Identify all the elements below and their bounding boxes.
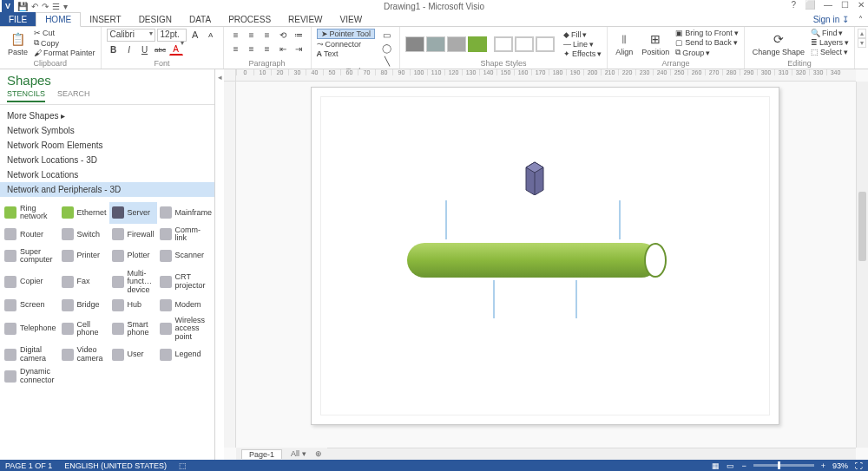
format-painter-button[interactable]: 🖌 Format Painter <box>34 49 95 57</box>
tab-review[interactable]: REVIEW <box>279 12 331 26</box>
shape-item[interactable]: Plotter <box>109 245 157 267</box>
shape-item[interactable]: Digital camera <box>2 343 59 365</box>
shape-item[interactable]: Ring network <box>2 202 59 224</box>
language-indicator[interactable]: ENGLISH (UNITED STATES) <box>64 461 167 470</box>
pointer-tool-button[interactable]: ➤ Pointer Tool <box>317 29 375 39</box>
shape-item[interactable]: Cell phone <box>59 314 109 343</box>
find-button[interactable]: 🔍 Find ▾ <box>811 29 849 37</box>
style-swatch-accent[interactable] <box>468 36 487 52</box>
server-shape[interactable] <box>522 160 548 197</box>
tab-insert[interactable]: INSERT <box>81 12 130 26</box>
bring-front-button[interactable]: ▣ Bring to Front ▾ <box>675 29 739 37</box>
style-swatch-outline[interactable] <box>515 36 534 52</box>
tab-design[interactable]: DESIGN <box>130 12 181 26</box>
qat-more-button[interactable]: ▾ <box>63 2 68 11</box>
shape-item[interactable]: Fax <box>59 267 109 297</box>
shape-item[interactable]: Dynamic connector <box>2 365 59 387</box>
change-shape-button[interactable]: ⟳Change Shape <box>750 29 807 58</box>
stencil-category[interactable]: Network Room Elements <box>7 138 207 153</box>
scrollbar-vertical[interactable] <box>856 82 868 448</box>
page-tab-1[interactable]: Page-1 <box>241 449 282 459</box>
position-button[interactable]: ⊞Position <box>639 29 672 58</box>
view-normal-button[interactable]: ▦ <box>712 461 720 470</box>
shape-item[interactable]: Server <box>109 202 157 224</box>
shape-item[interactable]: Smart phone <box>109 314 157 343</box>
increase-indent-button[interactable]: ⇥ <box>292 43 306 55</box>
shape-item[interactable]: Mainframe <box>157 202 215 224</box>
shape-item[interactable]: Printer <box>59 245 109 267</box>
shape-item[interactable]: User <box>109 343 157 365</box>
stencil-category-selected[interactable]: Network and Peripherals - 3D <box>0 182 214 197</box>
style-gallery[interactable] <box>405 36 555 52</box>
stencil-category[interactable]: Network Locations <box>7 167 207 182</box>
ribbon-gallery-scroll[interactable]: ▴▾ <box>858 29 866 48</box>
effects-button[interactable]: ✦ Effects ▾ <box>563 49 602 58</box>
group-button[interactable]: ⧉ Group ▾ <box>675 48 739 57</box>
tab-process[interactable]: PROCESS <box>220 12 279 26</box>
sign-in-link[interactable]: Sign in ↧ <box>813 12 849 26</box>
help-button[interactable]: ? <box>791 0 796 10</box>
more-shapes-button[interactable]: More Shapes ▸ <box>7 108 207 123</box>
shrink-font-button[interactable]: A <box>204 29 218 41</box>
orientation-button[interactable]: ⟲ <box>276 29 290 41</box>
strike-button[interactable]: abc <box>154 43 168 56</box>
ethernet-bus-shape[interactable] <box>407 239 667 283</box>
zoom-in-button[interactable]: + <box>821 461 825 470</box>
layers-button[interactable]: ≣ Layers ▾ <box>811 38 849 47</box>
zoom-slider[interactable] <box>753 464 814 467</box>
decrease-indent-button[interactable]: ⇤ <box>276 43 290 55</box>
fill-button[interactable]: ◆ Fill ▾ <box>563 30 602 39</box>
cut-button[interactable]: ✂ Cut <box>34 29 95 37</box>
select-button[interactable]: ⬚ Select ▾ <box>811 48 849 56</box>
tab-search[interactable]: SEARCH <box>57 89 90 102</box>
shape-item[interactable]: Wireless access point <box>157 314 215 343</box>
shape-item[interactable]: Firewall <box>109 224 157 245</box>
undo-button[interactable]: ↶ <box>31 2 38 11</box>
page-indicator[interactable]: PAGE 1 OF 1 <box>5 461 52 470</box>
font-name-combo[interactable]: Calibri <box>107 29 155 42</box>
shape-item[interactable]: Screen <box>2 297 59 314</box>
shape-item[interactable]: Hub <box>109 297 157 314</box>
scrollbar-horizontal[interactable] <box>236 448 856 460</box>
panel-collapse-button[interactable]: ◂ <box>215 69 224 460</box>
line-button[interactable]: — Line ▾ <box>563 40 602 49</box>
align-bottom-button[interactable]: ≡ <box>260 29 274 41</box>
align-middle-button[interactable]: ≡ <box>245 29 259 41</box>
stencil-category[interactable]: Network Symbols <box>7 123 207 138</box>
save-button[interactable]: 💾 <box>17 2 28 11</box>
underline-button[interactable]: U <box>138 43 152 56</box>
line-tool-button[interactable]: ╲ <box>380 55 394 67</box>
drawing-page[interactable] <box>311 87 779 425</box>
shape-item[interactable]: Super computer <box>2 245 59 267</box>
copy-button[interactable]: ⧉ Copy <box>34 38 95 48</box>
align-right-button[interactable]: ≡ <box>260 43 274 55</box>
close-button[interactable]: ✕ <box>858 0 865 10</box>
shape-item[interactable]: Telephone <box>2 314 59 343</box>
shape-item[interactable]: Multi-funct… device <box>109 267 157 297</box>
shape-item[interactable]: Bridge <box>59 297 109 314</box>
minimize-button[interactable]: — <box>824 0 832 10</box>
collapse-ribbon-button[interactable]: ˄ <box>858 12 863 26</box>
add-page-button[interactable]: ⊕ <box>315 449 322 458</box>
style-swatch[interactable] <box>405 36 424 52</box>
text-tool-button[interactable]: A Text <box>317 49 375 58</box>
shape-item[interactable]: Scanner <box>157 245 215 267</box>
font-size-combo[interactable]: 12pt. <box>157 29 187 42</box>
tab-file[interactable]: FILE <box>0 12 36 26</box>
shape-item[interactable]: Video camera <box>59 343 109 365</box>
style-swatch[interactable] <box>447 36 466 52</box>
ellipse-tool-button[interactable]: ◯ <box>380 42 394 54</box>
shape-item[interactable]: Router <box>2 224 59 245</box>
view-wide-button[interactable]: ▭ <box>727 461 734 470</box>
grow-font-button[interactable]: A <box>188 29 202 41</box>
zoom-out-button[interactable]: − <box>741 461 746 470</box>
all-pages-button[interactable]: All ▾ <box>291 449 306 458</box>
stencil-category[interactable]: Network Locations - 3D <box>7 153 207 167</box>
fit-page-button[interactable]: ⛶ <box>855 461 863 470</box>
shape-item[interactable]: Copier <box>2 267 59 297</box>
align-center-button[interactable]: ≡ <box>245 43 259 55</box>
paste-button[interactable]: 📋Paste <box>5 29 30 58</box>
shape-item[interactable]: Modem <box>157 297 215 314</box>
shape-item[interactable]: Ethernet <box>59 202 109 224</box>
tab-data[interactable]: DATA <box>181 12 220 26</box>
